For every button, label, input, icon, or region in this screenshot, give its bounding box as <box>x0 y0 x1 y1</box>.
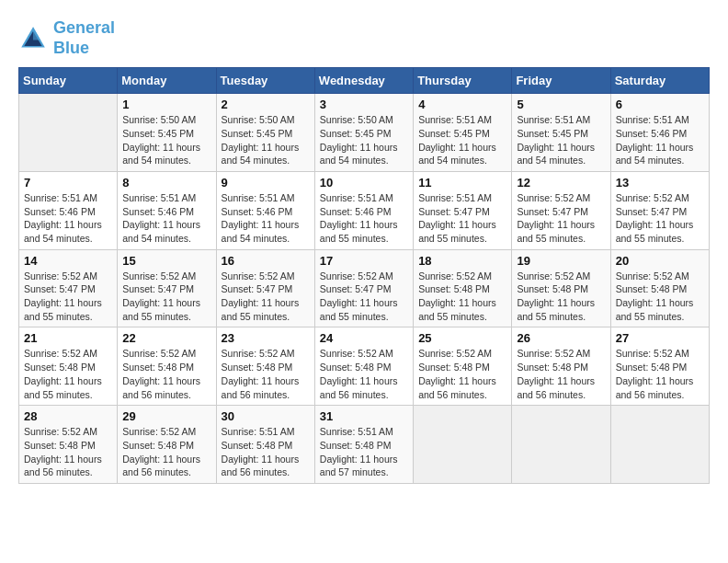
day-info: Sunrise: 5:52 AMSunset: 5:48 PMDaylight:… <box>24 425 112 479</box>
day-info: Sunrise: 5:52 AMSunset: 5:48 PMDaylight:… <box>122 425 210 479</box>
day-info: Sunrise: 5:52 AMSunset: 5:48 PMDaylight:… <box>320 347 408 401</box>
day-info: Sunrise: 5:52 AMSunset: 5:47 PMDaylight:… <box>616 191 704 246</box>
day-info: Sunrise: 5:51 AMSunset: 5:48 PMDaylight:… <box>320 425 408 479</box>
day-info: Sunrise: 5:50 AMSunset: 5:45 PMDaylight:… <box>222 113 310 167</box>
day-number: 31 <box>320 409 408 423</box>
calendar-cell <box>512 406 610 484</box>
day-info: Sunrise: 5:52 AMSunset: 5:47 PMDaylight:… <box>222 270 310 324</box>
day-number: 10 <box>320 176 408 190</box>
day-number: 4 <box>418 98 506 111</box>
day-number: 3 <box>320 98 408 111</box>
day-number: 16 <box>222 254 310 268</box>
calendar-cell: 26Sunrise: 5:52 AMSunset: 5:48 PMDayligh… <box>512 327 610 406</box>
day-info: Sunrise: 5:51 AMSunset: 5:46 PMDaylight:… <box>122 191 210 246</box>
calendar-cell <box>414 406 512 484</box>
day-info: Sunrise: 5:52 AMSunset: 5:48 PMDaylight:… <box>616 270 704 324</box>
day-number: 28 <box>24 409 112 423</box>
calendar-cell <box>610 406 709 484</box>
day-info: Sunrise: 5:51 AMSunset: 5:46 PMDaylight:… <box>616 113 704 167</box>
day-info: Sunrise: 5:52 AMSunset: 5:48 PMDaylight:… <box>418 270 506 324</box>
day-info: Sunrise: 5:52 AMSunset: 5:48 PMDaylight:… <box>418 347 506 401</box>
day-number: 6 <box>616 98 704 111</box>
calendar-cell: 29Sunrise: 5:52 AMSunset: 5:48 PMDayligh… <box>118 406 216 484</box>
day-number: 25 <box>418 331 506 345</box>
calendar-cell: 31Sunrise: 5:51 AMSunset: 5:48 PMDayligh… <box>314 406 413 484</box>
calendar-cell: 16Sunrise: 5:52 AMSunset: 5:47 PMDayligh… <box>216 249 314 327</box>
calendar-cell: 30Sunrise: 5:51 AMSunset: 5:48 PMDayligh… <box>216 406 314 484</box>
calendar-cell: 18Sunrise: 5:52 AMSunset: 5:48 PMDayligh… <box>414 249 512 327</box>
day-number: 29 <box>122 409 210 423</box>
day-info: Sunrise: 5:50 AMSunset: 5:45 PMDaylight:… <box>320 113 408 167</box>
day-number: 26 <box>517 331 605 345</box>
calendar-cell: 13Sunrise: 5:52 AMSunset: 5:47 PMDayligh… <box>610 171 709 249</box>
calendar-cell: 1Sunrise: 5:50 AMSunset: 5:45 PMDaylight… <box>118 94 216 172</box>
day-info: Sunrise: 5:51 AMSunset: 5:46 PMDaylight:… <box>24 191 112 246</box>
day-number: 14 <box>24 254 112 268</box>
day-number: 17 <box>320 254 408 268</box>
day-number: 19 <box>517 254 605 268</box>
day-info: Sunrise: 5:52 AMSunset: 5:48 PMDaylight:… <box>222 347 310 401</box>
logo-icon <box>18 24 48 53</box>
calendar-week-1: 1Sunrise: 5:50 AMSunset: 5:45 PMDaylight… <box>19 94 710 172</box>
logo-text: General Blue <box>53 18 115 58</box>
calendar-cell: 9Sunrise: 5:51 AMSunset: 5:46 PMDaylight… <box>216 171 314 249</box>
calendar-cell: 11Sunrise: 5:51 AMSunset: 5:47 PMDayligh… <box>414 171 512 249</box>
calendar-week-5: 28Sunrise: 5:52 AMSunset: 5:48 PMDayligh… <box>19 406 710 484</box>
day-number: 7 <box>24 176 112 190</box>
calendar-cell: 12Sunrise: 5:52 AMSunset: 5:47 PMDayligh… <box>512 171 610 249</box>
day-info: Sunrise: 5:51 AMSunset: 5:46 PMDaylight:… <box>222 191 310 246</box>
day-number: 8 <box>122 176 210 190</box>
calendar-cell: 7Sunrise: 5:51 AMSunset: 5:46 PMDaylight… <box>19 171 118 249</box>
calendar-cell: 10Sunrise: 5:51 AMSunset: 5:46 PMDayligh… <box>314 171 413 249</box>
day-number: 20 <box>616 254 704 268</box>
day-number: 22 <box>122 331 210 345</box>
day-info: Sunrise: 5:52 AMSunset: 5:47 PMDaylight:… <box>24 270 112 324</box>
day-number: 5 <box>517 98 605 111</box>
column-header-thursday: Thursday <box>414 68 512 94</box>
day-number: 18 <box>418 254 506 268</box>
column-header-monday: Monday <box>118 68 216 94</box>
day-number: 12 <box>517 176 605 190</box>
calendar-cell: 15Sunrise: 5:52 AMSunset: 5:47 PMDayligh… <box>118 249 216 327</box>
calendar-cell: 2Sunrise: 5:50 AMSunset: 5:45 PMDaylight… <box>216 94 314 172</box>
column-header-tuesday: Tuesday <box>216 68 314 94</box>
day-info: Sunrise: 5:52 AMSunset: 5:48 PMDaylight:… <box>122 347 210 401</box>
calendar-cell: 17Sunrise: 5:52 AMSunset: 5:47 PMDayligh… <box>314 249 413 327</box>
day-info: Sunrise: 5:51 AMSunset: 5:45 PMDaylight:… <box>418 113 506 167</box>
calendar-cell: 4Sunrise: 5:51 AMSunset: 5:45 PMDaylight… <box>414 94 512 172</box>
logo: General Blue <box>18 18 115 58</box>
day-number: 27 <box>616 331 704 345</box>
calendar-cell: 3Sunrise: 5:50 AMSunset: 5:45 PMDaylight… <box>314 94 413 172</box>
day-number: 11 <box>418 176 506 190</box>
calendar-cell: 28Sunrise: 5:52 AMSunset: 5:48 PMDayligh… <box>19 406 118 484</box>
day-info: Sunrise: 5:51 AMSunset: 5:47 PMDaylight:… <box>418 191 506 246</box>
calendar-week-2: 7Sunrise: 5:51 AMSunset: 5:46 PMDaylight… <box>19 171 710 249</box>
day-info: Sunrise: 5:51 AMSunset: 5:46 PMDaylight:… <box>320 191 408 246</box>
day-info: Sunrise: 5:51 AMSunset: 5:45 PMDaylight:… <box>517 113 605 167</box>
day-info: Sunrise: 5:52 AMSunset: 5:48 PMDaylight:… <box>517 347 605 401</box>
day-number: 24 <box>320 331 408 345</box>
calendar-cell: 5Sunrise: 5:51 AMSunset: 5:45 PMDaylight… <box>512 94 610 172</box>
day-info: Sunrise: 5:52 AMSunset: 5:48 PMDaylight:… <box>616 347 704 401</box>
calendar-cell <box>19 94 118 172</box>
calendar-cell: 20Sunrise: 5:52 AMSunset: 5:48 PMDayligh… <box>610 249 709 327</box>
day-info: Sunrise: 5:52 AMSunset: 5:48 PMDaylight:… <box>24 347 112 401</box>
calendar-cell: 22Sunrise: 5:52 AMSunset: 5:48 PMDayligh… <box>118 327 216 406</box>
day-number: 30 <box>222 409 310 423</box>
day-info: Sunrise: 5:52 AMSunset: 5:48 PMDaylight:… <box>517 270 605 324</box>
calendar-week-4: 21Sunrise: 5:52 AMSunset: 5:48 PMDayligh… <box>19 327 710 406</box>
calendar-week-3: 14Sunrise: 5:52 AMSunset: 5:47 PMDayligh… <box>19 249 710 327</box>
calendar-table: SundayMondayTuesdayWednesdayThursdayFrid… <box>18 67 710 484</box>
day-info: Sunrise: 5:50 AMSunset: 5:45 PMDaylight:… <box>122 113 210 167</box>
column-header-sunday: Sunday <box>19 68 118 94</box>
day-info: Sunrise: 5:52 AMSunset: 5:47 PMDaylight:… <box>122 270 210 324</box>
day-info: Sunrise: 5:51 AMSunset: 5:48 PMDaylight:… <box>222 425 310 479</box>
calendar-cell: 23Sunrise: 5:52 AMSunset: 5:48 PMDayligh… <box>216 327 314 406</box>
svg-marker-2 <box>33 27 40 40</box>
day-number: 2 <box>222 98 310 111</box>
day-number: 21 <box>24 331 112 345</box>
day-info: Sunrise: 5:52 AMSunset: 5:47 PMDaylight:… <box>320 270 408 324</box>
page-header: General Blue <box>18 18 710 58</box>
calendar-cell: 8Sunrise: 5:51 AMSunset: 5:46 PMDaylight… <box>118 171 216 249</box>
calendar-cell: 24Sunrise: 5:52 AMSunset: 5:48 PMDayligh… <box>314 327 413 406</box>
